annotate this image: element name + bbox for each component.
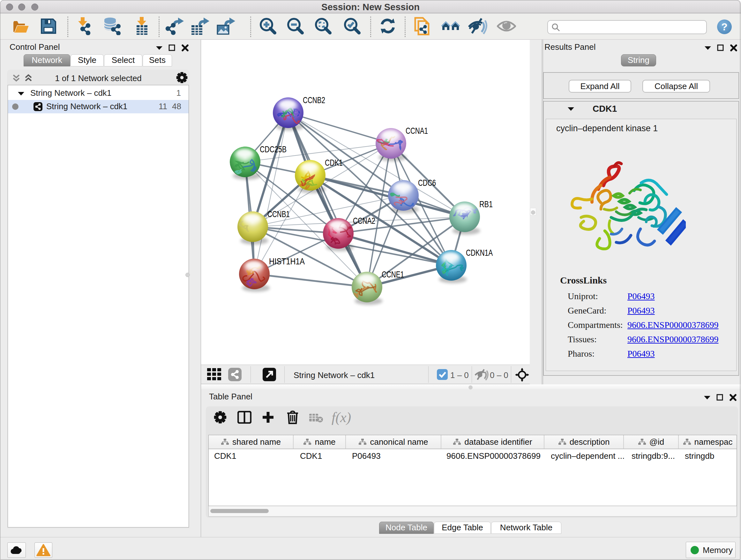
svg-text:CDC6: CDC6 <box>418 178 436 188</box>
svg-text:CCNA1: CCNA1 <box>406 126 428 136</box>
svg-text:HIST1H1A: HIST1H1A <box>269 256 305 266</box>
svg-text:CCNB2: CCNB2 <box>303 95 325 105</box>
svg-text:CDKN1A: CDKN1A <box>466 248 493 258</box>
svg-text:RB1: RB1 <box>479 199 493 209</box>
svg-text:CCNB1: CCNB1 <box>267 209 290 219</box>
svg-text:CCNA2: CCNA2 <box>353 216 375 226</box>
svg-text:CDK1: CDK1 <box>325 158 343 168</box>
svg-text:CDC25B: CDC25B <box>260 144 286 154</box>
svg-text:CCNE1: CCNE1 <box>382 269 404 279</box>
